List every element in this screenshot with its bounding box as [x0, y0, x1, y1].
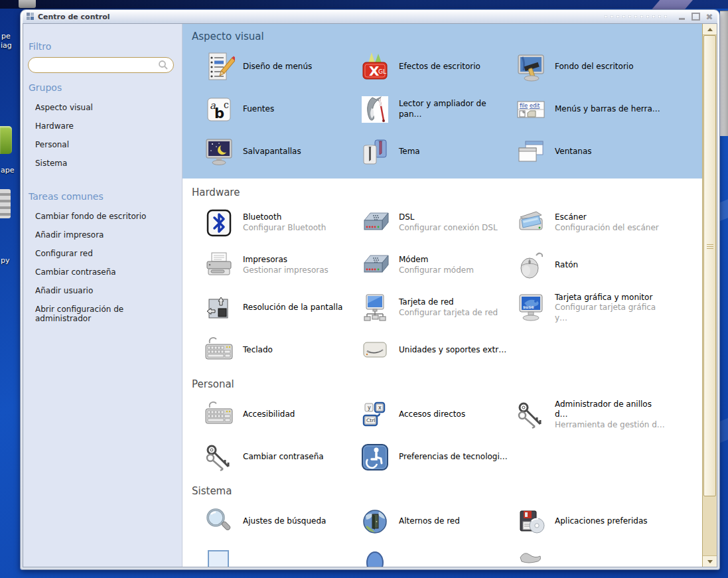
control-center-window: Centro de control ✖ Filtro Grupos Aspect…: [20, 9, 720, 570]
screen-reader-icon: [359, 94, 391, 125]
launcher-item-teclado[interactable]: Teclado: [203, 334, 359, 366]
window-title: Centro de control: [38, 13, 110, 21]
launcher-item-aplicaciones-preferidas[interactable]: Aplicaciones preferidas: [515, 506, 671, 538]
launcher-item-label: Alternos de red: [399, 516, 460, 527]
desktop-top-band: [0, 0, 728, 9]
launcher-item-lector-y-ampliador-de-pan[interactable]: Lector y ampliador de pan…: [359, 94, 515, 125]
launcher-item-escaner[interactable]: EscánerConfiguración del escáner: [515, 207, 671, 239]
scrollbar-thumb-grip: [707, 243, 713, 250]
launcher-item-label: Teclado: [243, 345, 273, 356]
printer-icon: [203, 250, 235, 281]
sidebar-group-personal[interactable]: Personal: [27, 135, 174, 154]
section-title: Sistema: [192, 485, 702, 497]
sidebar-group-hardware[interactable]: Hardware: [27, 117, 174, 135]
launcher-item-modem[interactable]: MódemConfigurar módem: [359, 250, 515, 281]
maximize-button[interactable]: [690, 12, 701, 21]
launcher-item-tarjeta-de-red[interactable]: Tarjeta de redConfigurar tarjeta de red: [359, 292, 515, 324]
wallpaper-icon: [515, 51, 547, 83]
scrollbar-down-button[interactable]: [703, 555, 717, 567]
launcher-item-raton[interactable]: Ratón: [515, 250, 671, 281]
sidebar-task-abrir-configuracion-de-administrador[interactable]: Abrir configuración de administrador: [27, 300, 174, 328]
svg-text:y: y: [368, 405, 371, 411]
svg-text:GL: GL: [378, 68, 386, 75]
launcher-item-accesos-directos[interactable]: yxCtrlAccesos directos: [359, 399, 515, 431]
preferred-apps-icon: [515, 506, 547, 538]
keyboard-icon: [203, 334, 235, 366]
taskbar-fragment: [19, 0, 36, 8]
launcher-item-preferencias-de-tecnologi[interactable]: Preferencias de tecnologi…: [359, 441, 515, 473]
accessibility-keyboard-icon: [203, 399, 235, 431]
launcher-item-salvapantallas[interactable]: Salvapantallas: [203, 136, 359, 168]
launcher-item-fuentes[interactable]: abcFuentes: [203, 94, 359, 125]
sidebar-task-anadir-impresora[interactable]: Añadir impresora: [27, 226, 174, 244]
launcher-item-label: Unidades y soportes extr…: [399, 345, 506, 356]
minimize-button[interactable]: [676, 12, 687, 21]
desktop: pe iag ape py Centro de control ✖ Filtro…: [0, 0, 728, 578]
launcher-item-ventanas[interactable]: Ventanas: [515, 136, 671, 168]
password-keys-icon: [203, 441, 235, 473]
search-icon: [158, 60, 169, 73]
desktop-icon-label-fragment: py: [1, 256, 10, 265]
filter-input[interactable]: [28, 57, 174, 73]
menu-edit-icon: [203, 51, 235, 83]
launcher-item-efectos-de-escritorio[interactable]: XGLEfectos de escritorio: [359, 51, 515, 83]
svg-text:suse: suse: [523, 305, 534, 310]
titlebar[interactable]: Centro de control ✖: [23, 10, 717, 23]
partial-gray-icon: [515, 548, 547, 567]
launcher-item-label: Fondo del escritorio: [555, 62, 634, 72]
launcher-item-label: Bluetooth: [243, 212, 326, 223]
launcher-item-label: Administrador de anillos d…: [555, 399, 666, 420]
tasks-header: Tareas comunes: [29, 191, 174, 202]
desktop-icon-fragment: [0, 126, 12, 154]
svg-text:Ctrl: Ctrl: [366, 417, 375, 423]
launcher-item-partial[interactable]: [359, 548, 515, 567]
sidebar-group-sistema[interactable]: Sistema: [27, 154, 174, 173]
launcher-item-label: Preferencias de tecnologi…: [399, 452, 508, 463]
close-button[interactable]: ✖: [704, 12, 715, 21]
launcher-item-partial[interactable]: [515, 548, 671, 567]
desktop-icon-fragment: [0, 189, 11, 218]
launcher-item-resolucion-de-la-pantalla[interactable]: Resolución de la pantalla: [203, 292, 359, 324]
sidebar-group-aspecto-visual[interactable]: Aspecto visual: [27, 98, 174, 117]
launcher-item-label: Módem: [399, 255, 474, 265]
scrollbar[interactable]: [702, 24, 717, 567]
launcher-item-sublabel: Configurar módem: [399, 265, 474, 276]
sidebar-task-configurar-red[interactable]: Configurar red: [27, 244, 174, 263]
section-personal: PersonalAccesibilidadyxCtrlAccesos direc…: [182, 370, 702, 477]
scrollbar-up-button[interactable]: [703, 24, 717, 35]
svg-text:b: b: [214, 106, 224, 121]
launcher-item-fondo-del-escritorio[interactable]: Fondo del escritorio: [515, 51, 671, 83]
launcher-item-label: Escáner: [555, 212, 659, 223]
launcher-item-accesibilidad[interactable]: Accesibilidad: [203, 399, 359, 431]
launcher-item-ajustes-de-busqueda[interactable]: Ajustes de búsqueda: [203, 506, 359, 538]
svg-text:x: x: [378, 405, 382, 411]
launcher-item-partial[interactable]: [203, 548, 359, 567]
launcher-item-tema[interactable]: Tema: [359, 136, 515, 168]
launcher-item-sublabel: Gestionar impresoras: [243, 265, 328, 276]
sidebar-task-cambiar-fondo-de-escritorio[interactable]: Cambiar fondo de escritorio: [27, 207, 174, 226]
launcher-item-label: Efectos de escritorio: [399, 62, 480, 72]
launcher-item-label: Fuentes: [243, 104, 274, 115]
background-window-edge: [720, 11, 728, 136]
sidebar-task-cambiar-contrasena[interactable]: Cambiar contraseña: [27, 263, 174, 281]
launcher-item-menus-y-barras-de-herra[interactable]: fileeditMenús y barras de herra…: [515, 94, 671, 125]
launcher-item-label: Ventanas: [555, 147, 592, 157]
launcher-item-tarjeta-grafica-y-monitor[interactable]: suseTarjeta gráfica y monitorConfigurar …: [515, 292, 671, 324]
sidebar-task-anadir-usuario[interactable]: Añadir usuario: [27, 281, 174, 300]
launcher-item-bluetooth[interactable]: BluetoothConfigurar Bluetooth: [203, 207, 359, 239]
xgl-effects-icon: XGL: [359, 51, 391, 83]
windows-icon: [515, 136, 547, 168]
section-sistema: SistemaAjustes de búsquedaAlternos de re…: [182, 477, 702, 567]
scrollbar-thumb[interactable]: [703, 35, 716, 496]
launcher-item-label: Lector y ampliador de pan…: [399, 99, 510, 119]
launcher-item-cambiar-contrasena[interactable]: Cambiar contraseña: [203, 441, 359, 473]
launcher-item-label: Resolución de la pantalla: [243, 303, 342, 313]
launcher-item-label: Cambiar contraseña: [243, 452, 324, 463]
launcher-item-unidades-y-soportes-extr[interactable]: Unidades y soportes extr…: [359, 334, 515, 366]
launcher-item-dsl[interactable]: DSLConfigurar conexión DSL: [359, 207, 515, 239]
launcher-item-sublabel: Configurar tarjeta de red: [399, 308, 498, 319]
launcher-item-alternos-de-red[interactable]: Alternos de red: [359, 506, 515, 538]
launcher-item-diseno-de-menus[interactable]: Diseño de menús: [203, 51, 359, 83]
launcher-item-impresoras[interactable]: ImpresorasGestionar impresoras: [203, 250, 359, 281]
launcher-item-administrador-de-anillos-d[interactable]: Administrador de anillos d…Herramienta d…: [515, 399, 671, 431]
